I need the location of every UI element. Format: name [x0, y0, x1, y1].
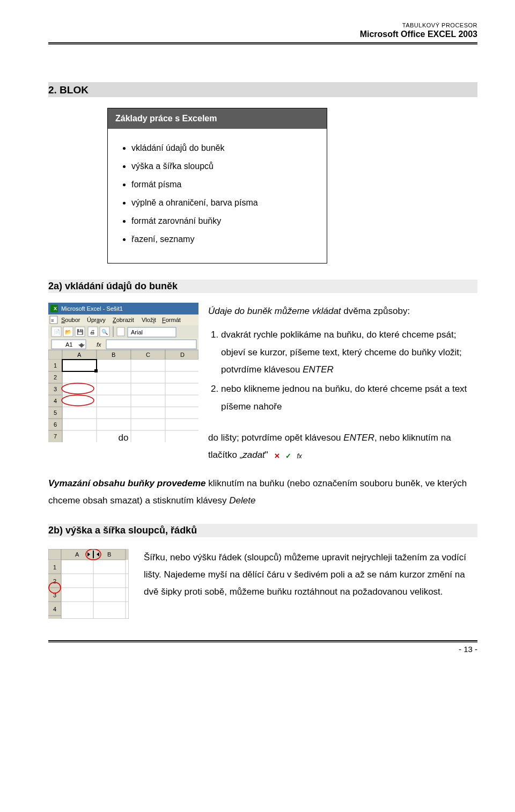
do-left: do: [48, 429, 198, 447]
page-number: - 13 -: [48, 645, 477, 654]
topics-box-title: Základy práce s Excelem: [108, 108, 327, 129]
svg-rect-33: [48, 350, 62, 360]
svg-text:5: 5: [54, 409, 57, 416]
steps-list: dvakrát rychle poklikáme na buňku, do kt…: [208, 326, 477, 415]
list-item: řazení, seznamy: [131, 233, 319, 246]
svg-text:4: 4: [53, 606, 56, 612]
svg-rect-24: [117, 327, 124, 336]
topics-list: vkládání údajů do buněk výška a šířka sl…: [115, 142, 319, 246]
section-2a-row: X Microsoft Excel - Sešit1 ≡ Soubor Úpra…: [48, 303, 477, 442]
svg-text:X: X: [54, 306, 57, 311]
subheading-2a: 2a) vkládání údajů do buněk: [48, 280, 477, 293]
list-item: formát písma: [131, 178, 319, 191]
svg-text:3: 3: [54, 386, 57, 392]
svg-text:≡: ≡: [51, 318, 54, 323]
svg-rect-31: [106, 340, 196, 349]
svg-text:Arial: Arial: [131, 329, 143, 335]
paragraph-2b: Šířku, nebo výšku řádek (sloupců) můžeme…: [144, 549, 477, 601]
header-line1: TABULKOVÝ PROCESOR: [48, 21, 477, 29]
header-rule: [48, 42, 477, 45]
paragraph-2a: Údaje do buněk můžeme vkládat dvěma způs…: [208, 303, 477, 422]
svg-text:C: C: [146, 352, 150, 358]
list-item: formát zarovnání buňky: [131, 215, 319, 228]
header-line2: Microsoft Office EXCEL 2003: [48, 29, 477, 40]
topics-box: Základy práce s Excelem vkládání údajů d…: [107, 108, 327, 264]
list-item: výška a šířka sloupců: [131, 160, 319, 173]
svg-text:1: 1: [54, 362, 57, 369]
svg-text:🔍: 🔍: [101, 328, 108, 335]
below-do-text: do lišty; potvrdíme opět klávesou ENTER,…: [208, 429, 477, 464]
svg-rect-69: [94, 369, 98, 372]
excel-window-screenshot: X Microsoft Excel - Sešit1 ≡ Soubor Úpra…: [48, 303, 198, 442]
formula-bar-icons: ✕ ✓ fx: [273, 447, 304, 464]
page-header: TABULKOVÝ PROCESOR Microsoft Office EXCE…: [48, 21, 477, 40]
svg-text:Vložit: Vložit: [142, 317, 156, 323]
svg-text:1: 1: [53, 564, 56, 570]
svg-text:B: B: [107, 551, 111, 558]
intro-rest: dvěma způsoby:: [341, 306, 410, 316]
svg-text:2: 2: [53, 578, 56, 584]
svg-text:Zobrazit: Zobrazit: [113, 317, 134, 323]
list-item: nebo klikneme jednou na buňku, do které …: [221, 381, 477, 415]
svg-text:📄: 📄: [54, 328, 61, 335]
svg-text:A1: A1: [65, 341, 72, 348]
excel-title: Microsoft Excel - Sešit1: [61, 305, 123, 312]
cancel-icon: ✕: [273, 450, 282, 463]
section-2b-row: A B 1 2 3 4: [48, 549, 477, 619]
enter-icon: ✓: [284, 450, 292, 463]
svg-text:D: D: [180, 352, 185, 358]
column-resize-screenshot: A B 1 2 3 4: [48, 549, 129, 619]
svg-text:6: 6: [54, 421, 57, 428]
footer-rule: [48, 640, 477, 642]
below-do-row: do do lišty; potvrdíme opět klávesou ENT…: [48, 429, 477, 464]
section-title: 2. BLOK: [48, 82, 477, 97]
svg-text:A: A: [75, 551, 79, 558]
intro-italic: Údaje do buněk můžeme vkládat: [208, 306, 341, 316]
svg-text:🖨: 🖨: [90, 329, 95, 335]
svg-text:Soubor: Soubor: [61, 317, 80, 323]
svg-text:2: 2: [54, 374, 57, 381]
svg-text:💾: 💾: [77, 328, 84, 335]
svg-text:Úpravy: Úpravy: [87, 317, 106, 323]
svg-rect-23: [113, 326, 114, 337]
svg-text:B: B: [112, 352, 115, 358]
subheading-2b: 2b) výška a šířka sloupců, řádků: [48, 524, 477, 537]
svg-rect-74: [48, 549, 61, 560]
svg-text:4: 4: [54, 398, 57, 404]
topics-box-body: vkládání údajů do buněk výška a šířka sl…: [108, 129, 327, 263]
vymazani-paragraph: Vymazání obsahu buňky provedeme kliknutí…: [48, 475, 477, 510]
svg-text:A: A: [77, 352, 82, 358]
list-item: vkládání údajů do buněk: [131, 142, 319, 155]
svg-text:fx: fx: [97, 341, 101, 348]
list-item: výplně a ohraničení, barva písma: [131, 196, 319, 209]
list-item: dvakrát rychle poklikáme na buňku, do kt…: [221, 326, 477, 378]
fx-icon: fx: [295, 450, 304, 463]
svg-text:📂: 📂: [65, 328, 72, 335]
svg-text:Formát: Formát: [162, 317, 181, 323]
